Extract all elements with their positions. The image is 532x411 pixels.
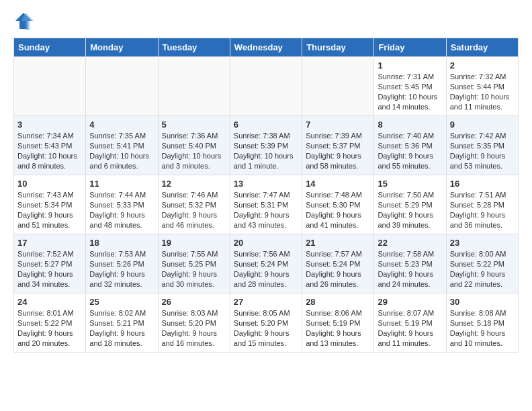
day-number: 17 (17, 238, 82, 248)
day-info: Sunrise: 7:34 AM Sunset: 5:43 PM Dayligh… (17, 131, 82, 171)
calendar-cell (14, 57, 86, 116)
day-number: 6 (234, 120, 298, 130)
day-info: Sunrise: 7:57 AM Sunset: 5:24 PM Dayligh… (306, 249, 370, 289)
day-info: Sunrise: 7:35 AM Sunset: 5:41 PM Dayligh… (89, 131, 154, 171)
calendar-cell: 20Sunrise: 7:56 AM Sunset: 5:24 PM Dayli… (230, 234, 302, 293)
day-number: 12 (162, 179, 226, 189)
calendar-cell: 15Sunrise: 7:50 AM Sunset: 5:29 PM Dayli… (374, 175, 446, 234)
calendar-cell: 1Sunrise: 7:31 AM Sunset: 5:45 PM Daylig… (374, 57, 446, 116)
day-number: 14 (306, 179, 370, 189)
calendar-table: SundayMondayTuesdayWednesdayThursdayFrid… (13, 38, 519, 353)
calendar-cell: 23Sunrise: 8:00 AM Sunset: 5:22 PM Dayli… (446, 234, 518, 293)
calendar-cell: 18Sunrise: 7:53 AM Sunset: 5:26 PM Dayli… (86, 234, 158, 293)
calendar-cell: 21Sunrise: 7:57 AM Sunset: 5:24 PM Dayli… (302, 234, 374, 293)
calendar-cell: 4Sunrise: 7:35 AM Sunset: 5:41 PM Daylig… (86, 116, 158, 175)
calendar-cell: 16Sunrise: 7:51 AM Sunset: 5:28 PM Dayli… (446, 175, 518, 234)
calendar-cell: 25Sunrise: 8:02 AM Sunset: 5:21 PM Dayli… (86, 293, 158, 353)
calendar-cell: 29Sunrise: 8:07 AM Sunset: 5:19 PM Dayli… (374, 293, 446, 353)
day-info: Sunrise: 7:47 AM Sunset: 5:31 PM Dayligh… (234, 190, 298, 230)
day-number: 8 (378, 120, 442, 130)
week-row-1: 1Sunrise: 7:31 AM Sunset: 5:45 PM Daylig… (14, 57, 519, 116)
day-info: Sunrise: 7:46 AM Sunset: 5:32 PM Dayligh… (162, 190, 226, 230)
day-info: Sunrise: 8:01 AM Sunset: 5:22 PM Dayligh… (17, 308, 82, 348)
calendar-cell (302, 57, 374, 116)
day-number: 28 (306, 297, 370, 307)
day-info: Sunrise: 8:06 AM Sunset: 5:19 PM Dayligh… (306, 308, 370, 348)
day-number: 21 (306, 238, 370, 248)
day-info: Sunrise: 7:53 AM Sunset: 5:26 PM Dayligh… (89, 249, 154, 289)
day-number: 26 (162, 297, 226, 307)
day-number: 22 (378, 238, 442, 248)
day-info: Sunrise: 7:51 AM Sunset: 5:28 PM Dayligh… (450, 190, 515, 230)
day-number: 2 (450, 60, 515, 71)
week-row-4: 17Sunrise: 7:52 AM Sunset: 5:27 PM Dayli… (14, 234, 519, 293)
calendar-cell: 13Sunrise: 7:47 AM Sunset: 5:31 PM Dayli… (230, 175, 302, 234)
day-number: 11 (89, 179, 154, 189)
calendar-cell: 12Sunrise: 7:46 AM Sunset: 5:32 PM Dayli… (158, 175, 230, 234)
day-info: Sunrise: 7:55 AM Sunset: 5:25 PM Dayligh… (162, 249, 226, 289)
day-info: Sunrise: 7:52 AM Sunset: 5:27 PM Dayligh… (17, 249, 82, 289)
header (13, 11, 519, 31)
day-info: Sunrise: 7:36 AM Sunset: 5:40 PM Dayligh… (162, 131, 226, 171)
weekday-saturday: Saturday (446, 38, 518, 57)
day-number: 7 (306, 120, 370, 130)
day-info: Sunrise: 7:40 AM Sunset: 5:36 PM Dayligh… (378, 131, 442, 171)
weekday-header-row: SundayMondayTuesdayWednesdayThursdayFrid… (14, 38, 519, 57)
day-number: 24 (17, 297, 82, 307)
day-number: 25 (89, 297, 154, 307)
day-info: Sunrise: 7:44 AM Sunset: 5:33 PM Dayligh… (89, 190, 154, 230)
logo-icon (13, 11, 34, 31)
calendar-cell: 5Sunrise: 7:36 AM Sunset: 5:40 PM Daylig… (158, 116, 230, 175)
day-info: Sunrise: 7:50 AM Sunset: 5:29 PM Dayligh… (378, 190, 442, 230)
day-number: 23 (450, 238, 515, 248)
day-number: 30 (450, 297, 515, 307)
day-info: Sunrise: 7:58 AM Sunset: 5:23 PM Dayligh… (378, 249, 442, 289)
day-number: 27 (234, 297, 298, 307)
calendar-cell: 7Sunrise: 7:39 AM Sunset: 5:37 PM Daylig… (302, 116, 374, 175)
day-number: 1 (378, 60, 442, 71)
day-number: 19 (162, 238, 226, 248)
day-number: 13 (234, 179, 298, 189)
calendar-cell (230, 57, 302, 116)
calendar-cell: 28Sunrise: 8:06 AM Sunset: 5:19 PM Dayli… (302, 293, 374, 353)
calendar-cell: 2Sunrise: 7:32 AM Sunset: 5:44 PM Daylig… (446, 57, 518, 116)
day-info: Sunrise: 8:08 AM Sunset: 5:18 PM Dayligh… (450, 308, 515, 348)
day-info: Sunrise: 8:03 AM Sunset: 5:20 PM Dayligh… (162, 308, 226, 348)
day-info: Sunrise: 7:31 AM Sunset: 5:45 PM Dayligh… (378, 72, 442, 111)
day-info: Sunrise: 7:43 AM Sunset: 5:34 PM Dayligh… (17, 190, 82, 230)
day-number: 5 (162, 120, 226, 130)
day-info: Sunrise: 7:48 AM Sunset: 5:30 PM Dayligh… (306, 190, 370, 230)
calendar-cell: 14Sunrise: 7:48 AM Sunset: 5:30 PM Dayli… (302, 175, 374, 234)
day-number: 29 (378, 297, 442, 307)
day-number: 10 (17, 179, 82, 189)
week-row-3: 10Sunrise: 7:43 AM Sunset: 5:34 PM Dayli… (14, 175, 519, 234)
day-number: 3 (17, 120, 82, 130)
day-info: Sunrise: 8:02 AM Sunset: 5:21 PM Dayligh… (89, 308, 154, 348)
day-number: 20 (234, 238, 298, 248)
calendar-cell: 22Sunrise: 7:58 AM Sunset: 5:23 PM Dayli… (374, 234, 446, 293)
day-info: Sunrise: 7:38 AM Sunset: 5:39 PM Dayligh… (234, 131, 298, 171)
weekday-sunday: Sunday (14, 38, 86, 57)
weekday-tuesday: Tuesday (158, 38, 230, 57)
day-info: Sunrise: 7:39 AM Sunset: 5:37 PM Dayligh… (306, 131, 370, 171)
calendar-cell (86, 57, 158, 116)
calendar-cell: 24Sunrise: 8:01 AM Sunset: 5:22 PM Dayli… (14, 293, 86, 353)
week-row-5: 24Sunrise: 8:01 AM Sunset: 5:22 PM Dayli… (14, 293, 519, 353)
calendar-cell: 3Sunrise: 7:34 AM Sunset: 5:43 PM Daylig… (14, 116, 86, 175)
day-number: 9 (450, 120, 515, 130)
day-number: 18 (89, 238, 154, 248)
day-info: Sunrise: 7:56 AM Sunset: 5:24 PM Dayligh… (234, 249, 298, 289)
day-info: Sunrise: 7:32 AM Sunset: 5:44 PM Dayligh… (450, 72, 515, 111)
day-info: Sunrise: 7:42 AM Sunset: 5:35 PM Dayligh… (450, 131, 515, 171)
weekday-thursday: Thursday (302, 38, 374, 57)
calendar-cell: 8Sunrise: 7:40 AM Sunset: 5:36 PM Daylig… (374, 116, 446, 175)
calendar-cell: 6Sunrise: 7:38 AM Sunset: 5:39 PM Daylig… (230, 116, 302, 175)
calendar-cell: 11Sunrise: 7:44 AM Sunset: 5:33 PM Dayli… (86, 175, 158, 234)
calendar-cell: 10Sunrise: 7:43 AM Sunset: 5:34 PM Dayli… (14, 175, 86, 234)
calendar-cell: 30Sunrise: 8:08 AM Sunset: 5:18 PM Dayli… (446, 293, 518, 353)
calendar-cell: 17Sunrise: 7:52 AM Sunset: 5:27 PM Dayli… (14, 234, 86, 293)
day-number: 15 (378, 179, 442, 189)
weekday-monday: Monday (86, 38, 158, 57)
calendar-cell: 26Sunrise: 8:03 AM Sunset: 5:20 PM Dayli… (158, 293, 230, 353)
day-number: 16 (450, 179, 515, 189)
